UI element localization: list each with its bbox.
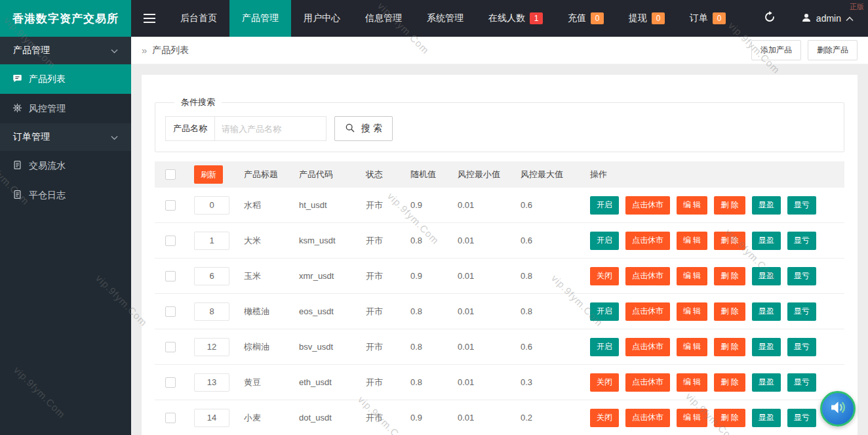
nav-item-label: 充值: [568, 12, 586, 24]
edit-button[interactable]: 编 辑: [677, 302, 707, 321]
product-id-input[interactable]: [194, 302, 229, 321]
nav-item-label: 订单: [690, 12, 708, 24]
show-profit-button[interactable]: 显盈: [752, 373, 781, 392]
market-rest-button[interactable]: 点击休市: [625, 302, 670, 321]
delete-button[interactable]: 删 除: [714, 338, 745, 356]
row-checkbox[interactable]: [165, 200, 176, 211]
delete-button[interactable]: 删 除: [714, 373, 745, 392]
edit-button[interactable]: 编 辑: [677, 373, 707, 392]
show-loss-button[interactable]: 显亏: [787, 196, 816, 215]
breadcrumb: 产品列表: [152, 45, 189, 56]
search-icon: [345, 123, 355, 135]
edit-button[interactable]: 编 辑: [677, 196, 707, 215]
show-profit-button[interactable]: 显盈: [752, 302, 781, 321]
delete-button[interactable]: 删 除: [714, 196, 745, 215]
cell-checkbox: [165, 341, 194, 352]
delete-button[interactable]: 删 除: [714, 302, 745, 321]
sidebar-section-0[interactable]: 产品管理: [0, 37, 131, 64]
sidebar-item-4[interactable]: 交易流水: [0, 151, 131, 180]
show-profit-button[interactable]: 显盈: [752, 196, 781, 215]
table-row: 水稻ht_usdt开市0.90.010.6开启点击休市编 辑删 除显盈显亏: [155, 188, 844, 223]
nav-item-label: 系统管理: [427, 12, 464, 24]
risk-min-value: 0.01: [458, 271, 521, 281]
sidebar-item-2[interactable]: 风控管理: [0, 94, 131, 123]
nav-item-2[interactable]: 用户中心: [291, 0, 353, 37]
open-button[interactable]: 开启: [590, 232, 619, 250]
open-button[interactable]: 开启: [590, 196, 619, 215]
row-checkbox[interactable]: [165, 413, 176, 423]
show-profit-button[interactable]: 显盈: [752, 267, 781, 285]
market-rest-button[interactable]: 点击休市: [625, 232, 670, 250]
edit-button[interactable]: 编 辑: [677, 267, 707, 285]
sidebar-item-5[interactable]: 平仓日志: [0, 180, 131, 210]
product-code: dot_usdt: [299, 413, 366, 423]
show-loss-button[interactable]: 显亏: [787, 267, 816, 285]
table-row: 小麦dot_usdt开市0.90.010.2关闭点击休市编 辑删 除显盈显亏: [155, 400, 844, 435]
product-name-input[interactable]: [215, 116, 326, 141]
cell-actions: 关闭点击休市编 辑删 除显盈显亏: [590, 409, 844, 427]
nav-item-3[interactable]: 信息管理: [353, 0, 414, 37]
product-id-input[interactable]: [194, 232, 229, 250]
edit-button[interactable]: 编 辑: [677, 232, 707, 250]
user-icon: [801, 12, 812, 25]
refresh-page-button[interactable]: [753, 0, 787, 37]
market-rest-button[interactable]: 点击休市: [625, 267, 670, 285]
table-row: 橄榄油eos_usdt开市0.80.010.8开启点击休市编 辑删 除显盈显亏: [155, 294, 844, 329]
product-id-input[interactable]: [194, 373, 229, 392]
product-id-input[interactable]: [194, 267, 229, 285]
show-loss-button[interactable]: 显亏: [787, 338, 816, 356]
market-rest-button[interactable]: 点击休市: [625, 338, 670, 356]
add-product-button[interactable]: 添加产品: [751, 40, 801, 60]
product-status: 开市: [366, 341, 410, 353]
sidebar-item-1[interactable]: 产品列表: [0, 64, 131, 94]
row-checkbox[interactable]: [165, 342, 176, 352]
nav-item-0[interactable]: 后台首页: [168, 0, 229, 37]
delete-product-button[interactable]: 删除产品: [808, 40, 858, 60]
delete-button[interactable]: 删 除: [714, 267, 745, 285]
search-button[interactable]: 搜 索: [334, 116, 393, 141]
edit-button[interactable]: 编 辑: [677, 409, 707, 427]
nav-item-4[interactable]: 系统管理: [414, 0, 476, 37]
open-button[interactable]: 开启: [590, 302, 619, 321]
row-checkbox[interactable]: [165, 236, 176, 246]
nav-item-6[interactable]: 充值0: [555, 0, 616, 37]
close-button[interactable]: 关闭: [590, 267, 619, 285]
product-id-input[interactable]: [194, 196, 229, 215]
nav-item-1[interactable]: 产品管理: [229, 0, 291, 37]
product-status: 开市: [366, 306, 410, 318]
close-button[interactable]: 关闭: [590, 409, 619, 427]
show-profit-button[interactable]: 显盈: [752, 232, 781, 250]
show-profit-button[interactable]: 显盈: [752, 338, 781, 356]
show-loss-button[interactable]: 显亏: [787, 232, 816, 250]
refresh-table-button[interactable]: 刷新: [194, 165, 223, 184]
edit-button[interactable]: 编 辑: [677, 338, 707, 356]
delete-button[interactable]: 删 除: [714, 232, 745, 250]
show-loss-button[interactable]: 显亏: [787, 373, 816, 392]
select-all-checkbox[interactable]: [165, 169, 176, 180]
row-checkbox[interactable]: [165, 306, 176, 317]
row-checkbox[interactable]: [165, 377, 176, 388]
product-name-label: 产品名称: [165, 116, 215, 141]
nav-item-7[interactable]: 提现0: [616, 0, 677, 37]
random-value: 0.8: [410, 306, 458, 316]
row-checkbox[interactable]: [165, 271, 176, 281]
close-button[interactable]: 关闭: [590, 373, 619, 392]
delete-button[interactable]: 删 除: [714, 409, 745, 427]
show-profit-button[interactable]: 显盈: [752, 409, 781, 427]
open-button[interactable]: 开启: [590, 338, 619, 356]
menu-toggle-button[interactable]: [131, 0, 168, 37]
sidebar-section-3[interactable]: 订单管理: [0, 123, 131, 151]
market-rest-button[interactable]: 点击休市: [625, 196, 670, 215]
nav-item-8[interactable]: 订单0: [677, 0, 738, 37]
market-rest-button[interactable]: 点击休市: [625, 409, 670, 427]
product-id-input[interactable]: [194, 409, 229, 427]
market-rest-button[interactable]: 点击休市: [625, 373, 670, 392]
voice-widget-button[interactable]: [820, 391, 856, 426]
product-code: ksm_usdt: [299, 236, 366, 245]
breadcrumb-icon: »: [142, 45, 147, 56]
show-loss-button[interactable]: 显亏: [787, 409, 816, 427]
risk-max-value: 0.6: [521, 236, 590, 245]
nav-item-5[interactable]: 在线人数1: [476, 0, 555, 37]
show-loss-button[interactable]: 显亏: [787, 302, 816, 321]
product-id-input[interactable]: [194, 338, 229, 356]
